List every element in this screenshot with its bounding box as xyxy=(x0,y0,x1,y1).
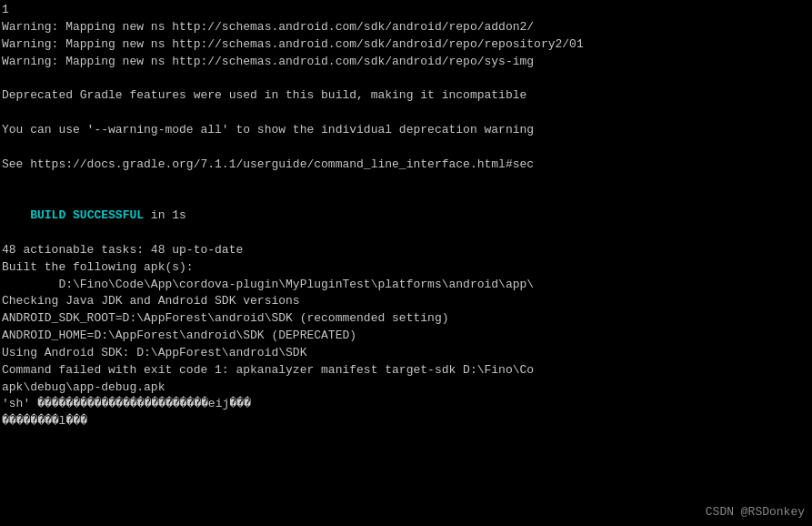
line-actionable-tasks: 48 actionable tasks: 48 up-to-date xyxy=(0,242,812,259)
line-using-android-sdk: Using Android SDK: D:\AppForest\android\… xyxy=(0,345,812,362)
line-warning-2: Warning: Mapping new ns http://schemas.a… xyxy=(0,36,812,54)
line-1: 1 xyxy=(0,2,812,19)
line-deprecated: Deprecated Gradle features were used in … xyxy=(0,87,812,105)
terminal-window: 1 Warning: Mapping new ns http://schemas… xyxy=(0,0,812,526)
line-warning-mode: You can use '--warning-mode all' to show… xyxy=(0,122,812,139)
line-sh-error: 'sh' ������������������������eij��� xyxy=(0,396,812,413)
line-blank-2 xyxy=(0,105,812,122)
line-blank-1 xyxy=(0,70,812,87)
line-built-apk: Built the following apk(s): xyxy=(0,259,812,277)
line-checking-jdk: Checking Java JDK and Android SDK versio… xyxy=(0,293,812,310)
build-time-text: in 1s xyxy=(144,208,186,222)
watermark: CSDN @RSDonkey xyxy=(706,505,805,519)
line-android-home: ANDROID_HOME=D:\AppForest\android\SDK (D… xyxy=(0,328,812,345)
line-build-success: BUILD SUCCESSFUL in 1s xyxy=(0,190,812,242)
line-command-failed: Command failed with exit code 1: apkanal… xyxy=(0,362,812,379)
build-success-text: BUILD SUCCESSFUL xyxy=(30,208,144,222)
line-warning-1: Warning: Mapping new ns http://schemas.a… xyxy=(0,19,812,36)
line-apk-debug: apk\debug\app-debug.apk xyxy=(0,379,812,397)
line-blank-4 xyxy=(0,173,812,190)
line-see-url: See https://docs.gradle.org/7.1.1/usergu… xyxy=(0,157,812,174)
line-sdk-root: ANDROID_SDK_ROOT=D:\AppForest\android\SD… xyxy=(0,310,812,328)
line-warning-3: Warning: Mapping new ns http://schemas.a… xyxy=(0,54,812,71)
line-garbled: ��������l��� xyxy=(0,413,812,430)
line-apk-path: D:\Fino\Code\App\cordova-plugin\MyPlugin… xyxy=(0,277,812,294)
line-blank-3 xyxy=(0,139,812,157)
